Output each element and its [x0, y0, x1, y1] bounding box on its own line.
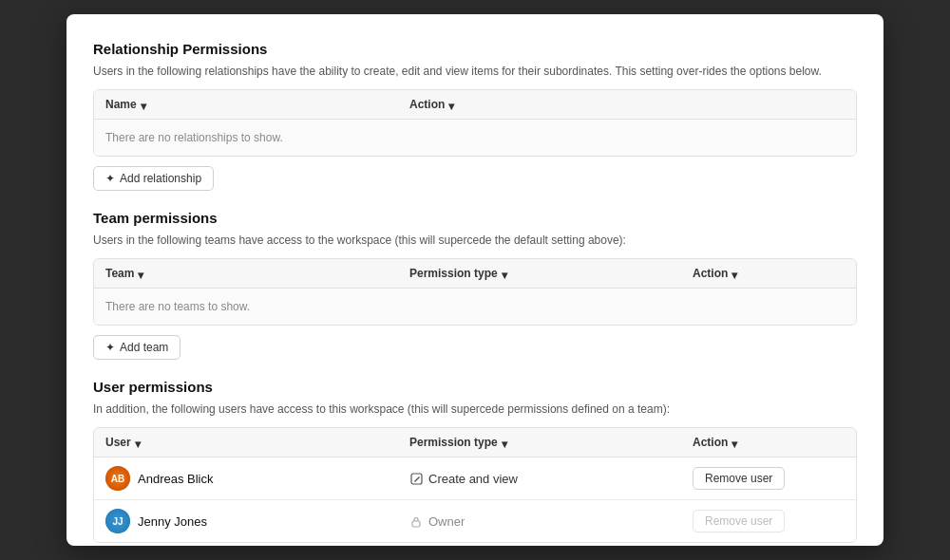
team-empty-message: There are no teams to show.	[94, 289, 856, 325]
team-table-header: Team ▾ Permission type ▾ Action ▾	[94, 259, 856, 289]
name-sort-icon[interactable]: ▾	[141, 100, 150, 109]
lock-icon	[409, 514, 423, 528]
edit-icon	[409, 472, 423, 485]
relationship-description: Users in the following relationships hav…	[93, 63, 857, 80]
user-name-andreas: Andreas Blick	[138, 472, 213, 486]
perm-cell-jenny: Owner	[409, 514, 693, 529]
relationship-empty-message: There are no relationships to show.	[94, 120, 856, 156]
relationship-section: Relationship Permissions Users in the fo…	[93, 41, 857, 191]
relationship-col-name: Name ▾	[105, 98, 409, 111]
team-section: Team permissions Users in the following …	[93, 210, 857, 360]
team-perm-sort-icon[interactable]: ▾	[502, 269, 511, 278]
relationship-table: Name ▾ Action ▾ There are no relationshi…	[93, 89, 857, 157]
perm-value-andreas: Create and view	[428, 472, 518, 486]
avatar: JJ	[105, 509, 130, 533]
perm-value-jenny: Owner	[428, 514, 465, 529]
team-action-sort-icon[interactable]: ▾	[732, 269, 741, 278]
svg-text:AB: AB	[111, 474, 124, 484]
relationship-table-header: Name ▾ Action ▾	[94, 90, 856, 120]
user-table-header: User ▾ Permission type ▾ Action ▾	[94, 428, 856, 457]
team-table: Team ▾ Permission type ▾ Action ▾ There …	[93, 258, 857, 326]
action-sort-icon[interactable]: ▾	[448, 100, 458, 109]
avatar: AB	[105, 466, 130, 491]
team-col-perm: Permission type ▾	[409, 267, 693, 280]
modal: Relationship Permissions Users in the fo…	[66, 14, 884, 546]
user-title: User permissions	[93, 379, 857, 395]
remove-user-button-andreas[interactable]: Remove user	[693, 467, 785, 490]
svg-rect-5	[412, 521, 420, 527]
add-team-button[interactable]: ✦ Add team	[93, 335, 180, 360]
team-title: Team permissions	[93, 210, 857, 226]
team-description: Users in the following teams have access…	[93, 232, 857, 249]
user-name-jenny: Jenny Jones	[138, 514, 207, 529]
user-cell-jenny: JJ Jenny Jones	[105, 509, 409, 533]
team-col-action: Action ▾	[693, 267, 845, 280]
svg-text:JJ: JJ	[112, 516, 123, 527]
relationship-title: Relationship Permissions	[93, 41, 857, 57]
table-row: JJ Jenny Jones Owner Remove user	[94, 500, 856, 542]
user-table: User ▾ Permission type ▾ Action ▾	[93, 427, 857, 543]
user-perm-sort-icon[interactable]: ▾	[502, 438, 511, 447]
add-team-icon: ✦	[105, 341, 115, 354]
user-col-perm: Permission type ▾	[409, 436, 693, 449]
remove-user-button-jenny: Remove user	[693, 510, 785, 532]
table-row: AB Andreas Blick Create and view	[94, 457, 856, 500]
user-cell-andreas: AB Andreas Blick	[105, 466, 409, 491]
user-col-name: User ▾	[105, 436, 409, 449]
user-col-action: Action ▾	[693, 436, 845, 449]
relationship-col-action: Action ▾	[409, 98, 561, 111]
add-relationship-icon: ✦	[105, 172, 115, 185]
add-relationship-button[interactable]: ✦ Add relationship	[93, 166, 214, 191]
user-description: In addition, the following users have ac…	[93, 401, 857, 418]
user-action-sort-icon[interactable]: ▾	[732, 438, 741, 447]
user-section: User permissions In addition, the follow…	[93, 379, 857, 546]
user-name-sort-icon[interactable]: ▾	[135, 438, 144, 447]
team-col-name: Team ▾	[105, 267, 409, 280]
action-cell-jenny: Remove user	[693, 510, 845, 532]
action-cell-andreas: Remove user	[693, 467, 845, 490]
team-name-sort-icon[interactable]: ▾	[138, 269, 147, 278]
perm-cell-andreas: Create and view	[409, 472, 693, 486]
